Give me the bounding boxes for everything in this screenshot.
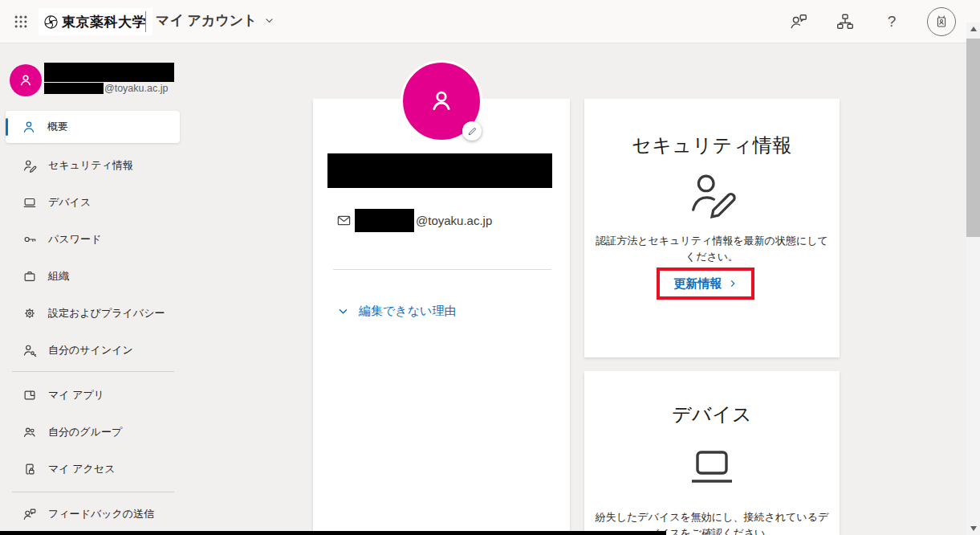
why-cant-edit-link[interactable]: 編集できない理由 — [337, 304, 456, 319]
sidebar-item-label: マイ アプリ — [48, 388, 104, 402]
header-divider — [145, 11, 146, 32]
scroll-down-icon — [970, 526, 977, 531]
sidebar-item-label: パスワード — [48, 232, 101, 247]
devices-card-title: デバイス — [584, 402, 840, 427]
sidebar-item-organization[interactable]: 組織 — [6, 260, 180, 292]
person-icon — [425, 85, 457, 117]
profile-email-suffix: @toyaku.ac.jp — [416, 214, 492, 227]
org-logo[interactable]: 東京薬科大学 — [39, 8, 152, 35]
sidebar-item-my-apps[interactable]: マイ アプリ — [6, 379, 180, 411]
redacted-user-name — [44, 63, 174, 82]
id-badge-icon — [933, 13, 950, 31]
key-icon — [22, 232, 37, 247]
profile-email-row: @toyaku.ac.jp — [336, 209, 492, 232]
sidebar-item-password[interactable]: パスワード — [6, 223, 180, 255]
waffle-icon — [14, 14, 28, 29]
sidebar-item-send-feedback[interactable]: フィードバックの送信 — [6, 498, 180, 530]
app-title-menu[interactable]: マイ アカウント — [156, 11, 274, 30]
security-info-card: セキュリティ情報 認証方法とセキュリティ情報を最新の状態にしてください。 更新情… — [584, 99, 840, 357]
redacted-email-local-part — [355, 209, 414, 232]
sidebar-divider — [12, 371, 174, 372]
sidebar-item-label: デバイス — [48, 195, 91, 210]
org-chart-button[interactable] — [834, 10, 856, 33]
sidebar-item-settings-privacy[interactable]: 設定およびプライバシー — [6, 297, 180, 329]
account-avatar-button[interactable] — [927, 7, 956, 36]
security-card-title: セキュリティ情報 — [584, 133, 840, 158]
sidebar-item-label: セキュリティ情報 — [48, 158, 133, 173]
selected-indicator — [6, 118, 8, 136]
person-key-icon — [22, 343, 37, 357]
update-info-link[interactable]: 更新情報 — [674, 276, 738, 292]
university-crest-icon — [43, 14, 59, 30]
scrollbar-thumb[interactable] — [966, 39, 980, 237]
laptop-icon — [22, 195, 37, 210]
sidebar-user-avatar — [10, 64, 42, 96]
sidebar-item-my-sign-ins[interactable]: 自分のサインイン — [6, 334, 180, 366]
apps-icon — [22, 388, 37, 402]
person-edit-icon — [22, 158, 37, 173]
help-button[interactable]: ? — [880, 10, 903, 33]
sidebar-item-my-access[interactable]: マイ アクセス — [6, 453, 180, 485]
sidebar-item-label: マイ アクセス — [48, 462, 115, 476]
app-title-text: マイ アカウント — [156, 11, 258, 30]
document-lock-icon — [22, 462, 37, 476]
sidebar-item-devices[interactable]: デバイス — [6, 186, 180, 218]
chevron-down-icon — [337, 305, 349, 317]
annotation-highlight-box: 更新情報 — [657, 268, 754, 300]
help-icon: ? — [888, 13, 897, 31]
sidebar-item-label: 自分のグループ — [48, 425, 122, 439]
scrollbar[interactable] — [966, 22, 980, 535]
update-info-label: 更新情報 — [674, 276, 722, 292]
security-card-description: 認証方法とセキュリティ情報を最新の状態にしてください。 — [592, 233, 832, 264]
envelope-icon — [336, 213, 352, 228]
person-icon — [18, 72, 34, 88]
app-launcher-button[interactable] — [8, 10, 34, 34]
sidebar-item-my-groups[interactable]: 自分のグループ — [6, 416, 180, 448]
scroll-up-icon — [970, 27, 977, 31]
sidebar-divider — [12, 492, 174, 492]
redacted-user-email — [44, 83, 104, 94]
person-icon — [22, 120, 36, 134]
org-logo-text: 東京薬科大学 — [62, 13, 146, 31]
gear-icon — [22, 306, 37, 321]
feedback-icon — [789, 12, 808, 31]
person-edit-icon — [584, 167, 840, 223]
scroll-down-button[interactable] — [966, 522, 980, 535]
people-icon — [22, 425, 37, 439]
feedback-icon — [22, 507, 37, 521]
sidebar-item-security-info[interactable]: セキュリティ情報 — [6, 149, 180, 182]
sidebar-item-label: 自分のサインイン — [48, 343, 133, 357]
edit-photo-button[interactable] — [462, 121, 482, 141]
feedback-button[interactable] — [787, 10, 810, 33]
redaction-bar — [0, 531, 666, 535]
devices-card: デバイス 紛失したデバイスを無効にし、接続されているデバイスをご確認ください。 — [584, 371, 840, 535]
sidebar-item-label: 組織 — [48, 269, 69, 284]
sidebar-item-overview[interactable]: 概要 — [6, 111, 180, 143]
sidebar-item-label: フィードバックの送信 — [48, 507, 154, 521]
briefcase-icon — [22, 269, 37, 284]
sidebar-item-label: 概要 — [47, 120, 68, 134]
my-account-page: 東京薬科大学 マイ アカウント — [0, 0, 980, 535]
sidebar-item-label: 設定およびプライバシー — [48, 306, 165, 321]
header-actions: ? — [787, 0, 956, 43]
chevron-right-icon — [728, 279, 738, 288]
profile-card-divider — [333, 269, 551, 270]
pencil-icon — [467, 126, 478, 137]
why-cant-edit-label: 編集できない理由 — [359, 304, 456, 319]
chevron-down-icon — [264, 15, 274, 26]
org-chart-icon — [836, 12, 855, 31]
scroll-up-button[interactable] — [966, 22, 980, 35]
top-header: 東京薬科大学 マイ アカウント — [0, 0, 980, 43]
sidebar-user-email-suffix: @toyaku.ac.jp — [104, 83, 168, 94]
laptop-icon — [584, 450, 840, 487]
profile-card: @toyaku.ac.jp 編集できない理由 — [313, 99, 570, 535]
redacted-profile-name — [327, 153, 552, 188]
